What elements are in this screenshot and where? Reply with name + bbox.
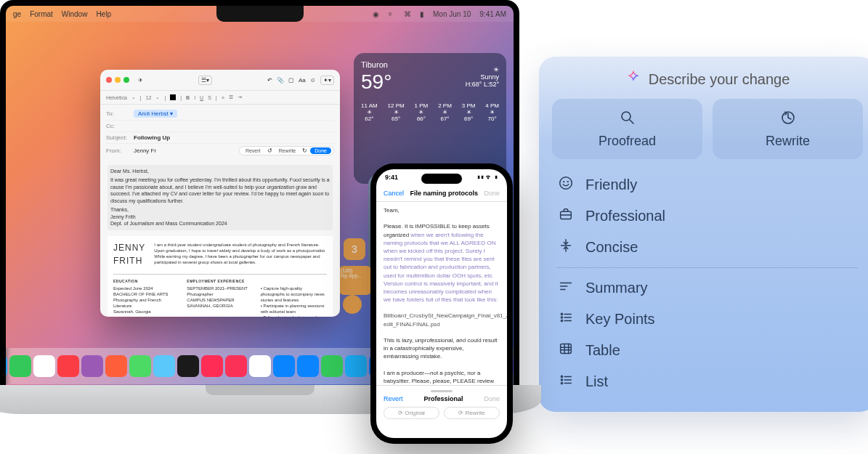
dock-app[interactable] (6, 355, 7, 377)
tone-concise[interactable]: Concise (556, 232, 859, 263)
menu-item[interactable]: Format (30, 10, 53, 18)
transform-summary[interactable]: Summary (556, 272, 859, 304)
proofread-button[interactable]: Proofread (552, 99, 702, 159)
svg-point-6 (561, 313, 562, 315)
rewrite-button[interactable]: Rewrite (713, 99, 863, 159)
dock-app[interactable] (33, 355, 55, 377)
from-label: From: (106, 147, 129, 154)
menubar-date[interactable]: Mon Jun 10 (433, 10, 471, 18)
notes-nav: Cancel File naming protocols Done (376, 185, 507, 202)
tone-friendly[interactable]: Friendly (556, 169, 859, 200)
revert-button[interactable]: Revert (384, 395, 403, 402)
format-icon[interactable]: Aa (299, 77, 306, 84)
cc-label: Cc: (106, 123, 129, 129)
font-size[interactable]: 12 (146, 95, 152, 100)
dock-app[interactable] (153, 355, 175, 377)
dock-app[interactable] (225, 355, 247, 377)
resume-col: Expected June 2024 BACHELOR OF FINE ARTS… (113, 285, 179, 317)
menu-item[interactable]: ge (13, 10, 21, 18)
font-select[interactable]: Helvetica (106, 95, 127, 100)
status-icons: ▮▮ ᯤ ▮ (477, 174, 498, 181)
indent-button[interactable]: ⇥ (238, 94, 242, 100)
calls-widget[interactable]: (120)hip App... (338, 266, 372, 295)
menubar-time[interactable]: 9:41 AM (479, 10, 506, 18)
menubar: ge Format Window Help ◉ ᯤ ⌘ ▮ Mon Jun 10… (6, 6, 514, 22)
revert-icon: ↺ (267, 147, 272, 154)
dock-app[interactable] (321, 355, 343, 377)
dock-app[interactable] (9, 355, 31, 377)
minimize-button[interactable] (115, 77, 121, 83)
done-button[interactable]: Done (484, 190, 500, 197)
list-button[interactable]: ☰ (229, 94, 233, 100)
menu-item[interactable]: Window (62, 10, 88, 18)
subject-value[interactable]: Following Up (134, 134, 170, 141)
dock-app[interactable] (249, 355, 271, 377)
original-button[interactable]: ⟳ Original (384, 407, 439, 419)
magnifier-icon (619, 116, 636, 129)
writing-tools-icon[interactable]: ✦▾ (320, 76, 334, 85)
dock-app[interactable] (105, 355, 127, 377)
svg-point-3 (564, 182, 564, 182)
body-text: I am a producer—not a psychic, nor a bab… (384, 369, 500, 385)
format-bar: Helvetica ⌄| 12 ⌄| | B I U S | ≡ ☰ ⇥ (100, 90, 340, 105)
label: Key Points (585, 311, 655, 328)
rewrite-label: Rewrite (713, 134, 863, 149)
resume-attachment: JENNY FRITH I am a third-year student un… (108, 236, 333, 317)
ai-logo-icon (625, 70, 641, 89)
close-button[interactable] (106, 77, 112, 83)
dock-app[interactable] (273, 355, 295, 377)
transform-list[interactable]: List (556, 366, 859, 397)
to-contact[interactable]: Andi Herbst ▾ (134, 110, 177, 118)
shortcut-widget[interactable] (343, 295, 362, 314)
status-icon[interactable]: ◉ (373, 10, 379, 18)
transform-keypoints[interactable]: Key Points (556, 304, 859, 335)
done-button[interactable]: Done (484, 395, 500, 402)
collapse-icon (558, 238, 574, 257)
rewrite-inline-bar: Revert ↺ Rewrite ↻ Done (239, 146, 334, 155)
dock-app[interactable] (57, 355, 79, 377)
note-title: File naming protocols (410, 190, 478, 197)
note-body[interactable]: Team, Please. It is IMPOSSIBLE to keep a… (376, 202, 507, 385)
underline-button[interactable]: U (200, 95, 203, 100)
control-center-icon[interactable]: ⌘ (404, 10, 411, 18)
dock-app[interactable] (297, 355, 319, 377)
dock-app[interactable] (81, 355, 103, 377)
rewrite-button[interactable]: Rewrite (275, 147, 300, 154)
italic-button[interactable]: I (194, 95, 195, 100)
battery-icon[interactable]: ▮ (420, 10, 424, 18)
wifi-icon[interactable]: ᯤ (388, 10, 395, 18)
menu-item[interactable]: Help (96, 10, 111, 18)
strike-button[interactable]: S (208, 95, 211, 100)
image-icon[interactable]: ▢ (288, 77, 294, 84)
header-toggle-icon[interactable]: ☰▾ (198, 76, 212, 85)
emoji-icon[interactable]: ☺ (310, 77, 316, 84)
panel-header[interactable]: Describe your change (552, 70, 863, 89)
done-button[interactable]: Done (310, 147, 331, 154)
svg-point-11 (561, 379, 562, 381)
dock-app[interactable] (201, 355, 223, 377)
label: Table (585, 342, 620, 359)
list-icon (558, 372, 574, 392)
tone-professional[interactable]: Professional (556, 200, 859, 232)
keypoints-icon (558, 309, 574, 329)
dock-app[interactable] (177, 355, 199, 377)
send-icon[interactable]: ✈ (138, 77, 143, 84)
color-swatch[interactable] (170, 94, 176, 100)
svg-point-2 (560, 177, 572, 190)
zoom-button[interactable] (123, 77, 129, 83)
bold-button[interactable]: B (186, 95, 190, 100)
rewrite-button[interactable]: ⟳ Rewrite (444, 407, 500, 419)
grabber[interactable] (431, 390, 453, 392)
reminders-count[interactable]: 3 (344, 238, 365, 260)
undo-icon[interactable]: ↶ (267, 77, 272, 84)
dock-app[interactable] (129, 355, 151, 377)
signature: Thanks, (110, 206, 330, 213)
attach-icon[interactable]: 📎 (277, 77, 284, 84)
revert-button[interactable]: Revert (242, 147, 264, 154)
cancel-button[interactable]: Cancel (384, 190, 404, 197)
align-button[interactable]: ≡ (222, 95, 224, 100)
transform-table[interactable]: Table (556, 335, 859, 366)
proofread-label: Proofread (552, 134, 702, 149)
mail-body[interactable]: Dear Ms. Herbst, It was great meeting yo… (100, 161, 340, 317)
dock-app[interactable] (345, 355, 367, 377)
